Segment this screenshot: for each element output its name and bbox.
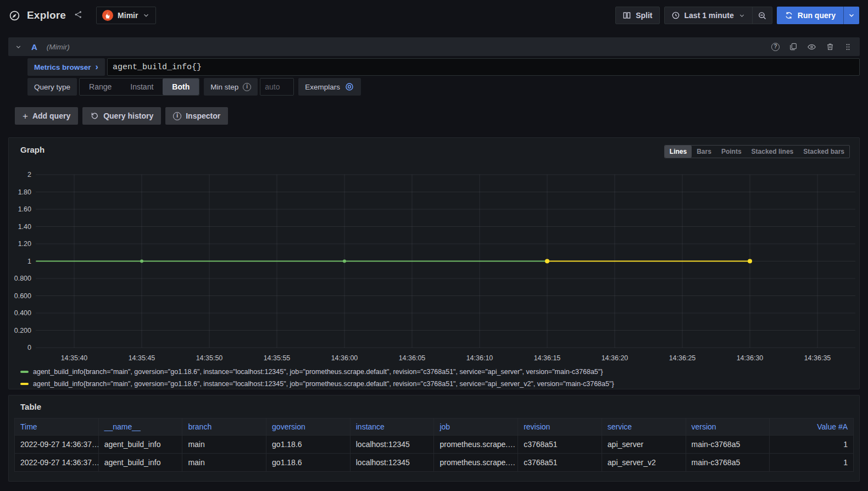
exemplars-toggle-chip[interactable]: Exemplars xyxy=(298,78,361,96)
column-header-goversion[interactable]: goversion xyxy=(266,419,350,436)
add-query-button[interactable]: + Add query xyxy=(15,107,78,125)
table-panel-title: Table xyxy=(9,395,859,411)
y-axis-tick-label: 1.60 xyxy=(18,205,31,213)
table-cell: main xyxy=(182,454,266,472)
clock-icon xyxy=(671,11,680,20)
run-query-dropdown-button[interactable] xyxy=(843,7,859,24)
y-axis-tick-label: 0 xyxy=(27,344,31,351)
run-query-button[interactable]: Run query xyxy=(777,7,843,24)
graph-mode-lines[interactable]: Lines xyxy=(665,146,692,158)
legend-swatch-icon xyxy=(20,371,29,373)
column-header-branch[interactable]: branch xyxy=(182,419,266,436)
column-header-revision[interactable]: revision xyxy=(518,419,602,436)
search-minus-icon xyxy=(758,11,767,20)
query-type-option-both[interactable]: Both xyxy=(163,79,199,95)
graph-panel: Graph LinesBarsPointsStacked linesStacke… xyxy=(8,137,860,389)
plus-icon: + xyxy=(23,111,28,121)
run-query-label: Run query xyxy=(798,11,836,20)
drag-handle-icon[interactable] xyxy=(844,42,852,52)
query-type-option-instant[interactable]: Instant xyxy=(121,79,163,95)
metrics-browser-button[interactable]: Metrics browser › xyxy=(27,58,105,76)
y-axis-tick-label: 1.80 xyxy=(18,188,31,196)
graph-legend: agent_build_info{branch="main", goversio… xyxy=(20,366,859,390)
table-cell: main xyxy=(182,436,266,454)
graph-mode-stacked-bars[interactable]: Stacked bars xyxy=(798,146,849,158)
x-axis-tick-label: 14:35:40 xyxy=(61,354,88,362)
min-step-label-chip: Min step i xyxy=(204,78,258,96)
table-cell: localhost:12345 xyxy=(350,454,434,472)
y-axis-tick-label: 0.600 xyxy=(14,292,31,300)
query-type-segmented: RangeInstantBoth xyxy=(79,78,199,96)
table-cell: main-c3768a5 xyxy=(686,436,770,454)
column-header--name-[interactable]: __name__ xyxy=(98,419,182,436)
datasource-name: Mimir xyxy=(118,11,138,20)
table-cell: go1.18.6 xyxy=(266,436,350,454)
graph-canvas[interactable]: 21.801.601.401.2010.8000.6000.4000.20001… xyxy=(13,171,855,365)
y-axis-tick-label: 0.400 xyxy=(14,309,31,317)
y-axis-tick-label: 1.20 xyxy=(18,240,31,248)
table-cell: 2022-09-27 14:36:37… xyxy=(15,436,99,454)
column-header-service[interactable]: service xyxy=(602,419,686,436)
x-axis-tick-label: 14:36:30 xyxy=(737,354,764,362)
query-expression-input[interactable] xyxy=(107,58,860,76)
graph-mode-bars[interactable]: Bars xyxy=(692,146,716,158)
help-icon[interactable]: ? xyxy=(771,43,780,51)
column-header-time[interactable]: Time xyxy=(15,419,99,436)
x-axis-tick-label: 14:36:00 xyxy=(331,354,358,362)
table-cell: api_server xyxy=(602,436,686,454)
min-step-input[interactable] xyxy=(260,78,294,96)
x-axis-tick-label: 14:35:45 xyxy=(129,354,155,362)
table-header: Time__name__branchgoversioninstancejobre… xyxy=(15,419,854,436)
legend-swatch-icon xyxy=(20,383,29,385)
duplicate-query-icon[interactable] xyxy=(789,42,798,51)
legend-item[interactable]: agent_build_info{branch="main", goversio… xyxy=(20,366,859,378)
query-row-header[interactable]: A (Mimir) ? xyxy=(8,37,860,56)
datasource-picker[interactable]: Mimir xyxy=(96,7,156,24)
series-point xyxy=(545,259,549,264)
graph-mode-stacked-lines[interactable]: Stacked lines xyxy=(747,146,799,158)
time-range-picker[interactable]: Last 1 minute xyxy=(665,7,752,24)
run-query-split-button: Run query xyxy=(777,7,859,24)
series-point xyxy=(748,259,752,264)
split-button[interactable]: Split xyxy=(615,7,659,24)
table-cell: agent_build_info xyxy=(98,454,182,472)
table-cell: c3768a51 xyxy=(518,436,602,454)
disable-query-eye-icon[interactable] xyxy=(807,42,816,52)
results-table: Time__name__branchgoversioninstancejobre… xyxy=(14,418,854,472)
time-range-label: Last 1 minute xyxy=(685,11,734,20)
series-point xyxy=(140,260,143,263)
y-axis-tick-label: 0.200 xyxy=(14,327,31,334)
table-cell: c3768a51 xyxy=(518,454,602,472)
datasource-logo-icon xyxy=(102,10,113,21)
graph-mode-points[interactable]: Points xyxy=(716,146,747,158)
delete-query-trash-icon[interactable] xyxy=(826,42,834,51)
x-axis-tick-label: 14:36:35 xyxy=(804,354,831,362)
history-icon xyxy=(90,111,99,120)
table-cell: prometheus.scrape.… xyxy=(434,436,518,454)
query-ref-id: A xyxy=(31,42,37,52)
column-header-job[interactable]: job xyxy=(434,419,518,436)
split-columns-icon xyxy=(622,11,631,20)
collapse-chevron-icon[interactable] xyxy=(15,43,22,51)
column-header-version[interactable]: version xyxy=(686,419,770,436)
table-cell: go1.18.6 xyxy=(266,454,350,472)
query-type-label-chip: Query type xyxy=(27,78,77,96)
query-history-button[interactable]: Query history xyxy=(82,107,161,125)
legend-item[interactable]: agent_build_info{branch="main", goversio… xyxy=(20,378,859,390)
column-header-instance[interactable]: instance xyxy=(350,419,434,436)
zoom-out-time-button[interactable] xyxy=(753,7,772,24)
share-shortlink-button[interactable] xyxy=(73,9,84,22)
inspector-button[interactable]: i Inspector xyxy=(165,107,228,125)
table-cell: 1 xyxy=(770,454,854,472)
legend-series-label: agent_build_info{branch="main", goversio… xyxy=(33,368,603,376)
info-icon: i xyxy=(173,112,181,120)
angle-right-icon: › xyxy=(96,63,98,71)
time-picker-group: Last 1 minute xyxy=(664,7,772,24)
table-cell: 1 xyxy=(770,436,854,454)
exemplars-bullseye-icon xyxy=(344,82,354,92)
table-cell: localhost:12345 xyxy=(350,436,434,454)
x-axis-tick-label: 14:35:55 xyxy=(264,354,291,362)
query-type-option-range[interactable]: Range xyxy=(80,79,121,95)
table-cell: prometheus.scrape.… xyxy=(434,454,518,472)
column-header-value-a[interactable]: Value #A xyxy=(770,419,854,436)
